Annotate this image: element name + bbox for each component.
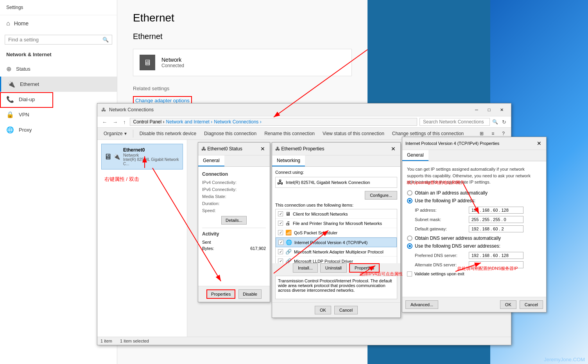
eth-props-content: Connect using: 🖧 Intel(R) 82574L Gigabit… [272, 167, 400, 263]
item-file-printer[interactable]: 🖨 File and Printer Sharing for Microsoft… [276, 219, 397, 228]
nc-path-connections[interactable]: Network Connections › [214, 119, 261, 125]
rename-button[interactable]: Rename this connection [261, 129, 318, 138]
advanced-button[interactable]: Advanced... [405, 300, 438, 309]
tcpip-info-text: You can get IP settings assigned automat… [407, 166, 541, 186]
diagnose-label: Diagnose this connection [204, 131, 256, 136]
nc-up-button[interactable]: ↑ [122, 118, 127, 126]
uninstall-button[interactable]: Uninstall [320, 263, 347, 273]
alternate-dns-input[interactable] [469, 261, 523, 268]
subnet-input[interactable] [469, 216, 523, 223]
obtain-auto-row[interactable]: Obtain an IP address automatically [407, 190, 541, 196]
item-checkbox-file[interactable] [278, 221, 283, 226]
item-icon-client: 🖥 [285, 211, 290, 217]
organize-button[interactable]: Organize ▾ [100, 129, 130, 138]
use-dns-radio[interactable] [407, 243, 412, 249]
network-info: Network Connected [161, 57, 184, 68]
properties-button[interactable]: Properties [349, 263, 380, 273]
eth-status-close-button[interactable]: ✕ [259, 145, 267, 153]
tcpip-titlebar: Internet Protocol Version 4 (TCP/IPv4) P… [402, 137, 546, 150]
disable-network-button[interactable]: Disable this network device [136, 129, 199, 138]
eth-status-content: Connection IPv4 Connectivity: IPv6 Conne… [198, 167, 270, 286]
view-status-button[interactable]: View status of this connection [319, 129, 387, 138]
nc-address-path: Control Panel › Network and Internet › N… [130, 118, 418, 126]
item-checkbox-qos[interactable] [278, 230, 283, 235]
network-status: Connected [161, 63, 184, 68]
eth-status-properties-button[interactable]: Properties [206, 289, 235, 299]
eth-props-ok-button[interactable]: OK [315, 306, 331, 314]
eth-status-disable-button[interactable]: Disable [238, 289, 262, 299]
search-icon: 🔍 [102, 37, 109, 43]
use-dns-row[interactable]: Use the following DNS server addresses: [407, 243, 541, 249]
nc-forward-button[interactable]: → [111, 118, 119, 126]
description-box: Transmission Control Protocol/Internet P… [275, 276, 397, 299]
install-button[interactable]: Install... [293, 263, 318, 273]
item-ipv4[interactable]: 🌐 Internet Protocol Version 4 (TCP/IPv4) [276, 237, 397, 247]
item-multiplexor[interactable]: 🔗 Microsoft Network Adapter Multiplexor … [276, 247, 397, 257]
ip-fields-group: IP address: Subnet mask: Default gateway… [415, 207, 541, 232]
diagnose-button[interactable]: Diagnose this connection [201, 129, 260, 138]
proxy-icon: 🌐 [6, 126, 14, 134]
toolbar-separator-1 [133, 130, 133, 137]
home-icon: ⌂ [6, 20, 10, 27]
details-button[interactable]: Details... [221, 216, 247, 225]
preferred-dns-label: Preferred DNS server: [415, 253, 466, 258]
nc-close-button[interactable]: ✕ [496, 106, 507, 114]
organize-chevron-icon: ▾ [124, 131, 127, 136]
proxy-label: Proxy [19, 127, 32, 133]
obtain-dns-auto-row[interactable]: Obtain DNS server address automatically [407, 236, 541, 241]
configure-button[interactable]: Configure... [365, 191, 397, 200]
tcpip-tab-general[interactable]: General [402, 150, 428, 161]
tcpip-cancel-button[interactable]: Cancel [520, 300, 543, 309]
status-icon: ⊕ [6, 65, 11, 73]
media-row: Media State: [202, 194, 266, 199]
item-checkbox-multiplexor[interactable] [278, 249, 283, 254]
eth-status-title: Ethernet0 Status [207, 146, 242, 152]
eth-status-dialog: 🖧 Ethernet0 Status ✕ General Connection … [198, 142, 270, 302]
use-following-row[interactable]: Use the following IP address: [407, 198, 541, 203]
eth-props-close-button[interactable]: ✕ [389, 145, 397, 153]
obtain-dns-auto-radio[interactable] [407, 236, 412, 241]
eth-status-footer: Properties Disable [198, 286, 270, 302]
settings-search-input[interactable] [8, 37, 100, 43]
nc-path-network[interactable]: Network and Internet › [166, 119, 213, 125]
nc-minimize-button[interactable]: ─ [471, 106, 482, 114]
tcpip-ok-button[interactable]: OK [500, 300, 516, 309]
adapter-item-ethernet0[interactable]: 🖥 🔌 Ethernet0 Network Intel(R) 82574L Gi… [101, 144, 183, 170]
item-icon-file: 🖨 [285, 220, 290, 226]
ipv4-row: IPv4 Connectivity: [202, 180, 266, 185]
item-checkbox-ipv4[interactable] [278, 240, 283, 245]
tcpip-close-button[interactable]: ✕ [535, 139, 543, 147]
dns-fields-group: Preferred DNS server: Alternate DNS serv… [415, 252, 541, 268]
ip-address-input[interactable] [469, 207, 523, 214]
nc-refresh-button[interactable]: ↻ [500, 118, 508, 126]
eth-props-tab-networking[interactable]: Networking [272, 155, 305, 166]
eth-status-tab-general[interactable]: General [198, 155, 224, 166]
use-following-radio[interactable] [407, 198, 412, 203]
item-checkbox-lldp[interactable] [278, 259, 283, 263]
item-checkbox-client[interactable] [278, 211, 283, 216]
settings-title: Settings [6, 5, 23, 10]
preferred-dns-input[interactable] [469, 252, 523, 259]
speed-label: Speed: [202, 208, 216, 213]
item-client-networks[interactable]: 🖥 Client for Microsoft Networks [276, 209, 397, 219]
item-icon-lldp: 🔗 [285, 258, 292, 263]
validate-checkbox[interactable] [407, 271, 412, 277]
sidebar-item-status[interactable]: ⊕ Status [0, 61, 117, 77]
gateway-input[interactable] [469, 225, 523, 232]
item-lldp[interactable]: 🔗 Microsoft LLDP Protocol Driver [276, 257, 397, 263]
settings-category: Network & Internet [0, 48, 117, 61]
sidebar-item-ethernet[interactable]: 🔌 Ethernet [0, 77, 117, 92]
tcpip-tabs: General [402, 150, 546, 161]
item-label-file: File and Printer Sharing for Microsoft N… [293, 221, 382, 226]
obtain-auto-radio[interactable] [407, 190, 412, 196]
nc-back-button[interactable]: ← [100, 118, 109, 126]
adapter-type: Network [123, 153, 180, 157]
settings-search-box[interactable]: 🔍 [5, 35, 112, 45]
nc-search-input[interactable] [419, 118, 490, 126]
eth-props-cancel-button[interactable]: Cancel [334, 306, 358, 314]
nc-annotation: 右键属性 / 双击 [104, 176, 183, 183]
item-qos[interactable]: 📶 QoS Packet Scheduler [276, 228, 397, 237]
home-nav-item[interactable]: ⌂ Home [0, 15, 117, 32]
nc-maximize-button[interactable]: □ [484, 106, 495, 114]
dns-radio-group: Obtain DNS server address automatically … [407, 236, 541, 249]
